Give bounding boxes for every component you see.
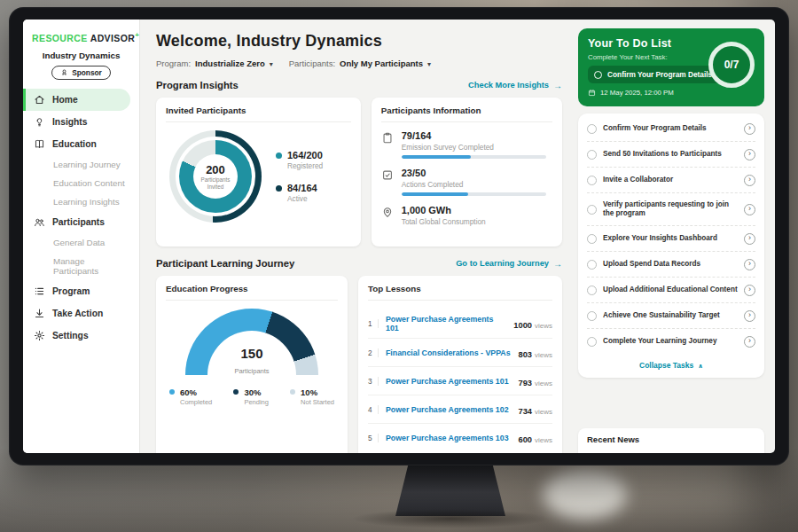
sidebar-item-education-content[interactable]: Education Content — [23, 174, 139, 192]
chevron-right-icon[interactable] — [744, 259, 755, 270]
lesson-row: 4 Power Purchase Agreements 102 734views — [368, 395, 552, 424]
sidebar-item-label: Settings — [52, 331, 89, 340]
lesson-views: 803views — [518, 345, 552, 361]
page-title: Welcome, Industry Dynamics — [156, 32, 562, 51]
sidebar-item-label: Take Action — [52, 309, 103, 318]
checkbox-icon[interactable] — [587, 286, 597, 295]
check-more-insights-link[interactable]: Check More Insights — [468, 81, 562, 90]
sidebar-item-program[interactable]: Program — [23, 280, 139, 302]
legend-label: Active — [287, 194, 317, 203]
progress-bar — [402, 155, 546, 159]
checkbox-icon[interactable] — [587, 205, 597, 215]
task-label: Upload Spend Data Records — [603, 260, 738, 270]
checkbox-icon — [594, 71, 602, 79]
sidebar-item-home[interactable]: Home — [23, 89, 130, 111]
card-title: Participants Information — [381, 106, 552, 122]
participants-select[interactable]: Only My Participants — [340, 59, 431, 68]
sidebar-item-learning-insights[interactable]: Learning Insights — [23, 192, 139, 211]
checkbox-icon[interactable] — [587, 150, 597, 160]
section-title-learning-journey: Participant Learning Journey — [156, 258, 294, 269]
collapse-tasks-link[interactable]: Collapse Tasks — [587, 354, 755, 373]
task-label: Upload Additional Educational Content — [603, 286, 738, 295]
sidebar-item-participants[interactable]: Participants — [23, 211, 139, 233]
legend-dot — [233, 389, 239, 395]
book-icon — [34, 138, 45, 150]
program-select[interactable]: Industrialize Zero — [195, 59, 273, 68]
program-select-value: Industrialize Zero — [195, 59, 265, 68]
recent-news-header: Recent News — [578, 428, 764, 453]
stat-emission-survey: 79/164 Emission Survey Completed — [381, 130, 552, 159]
task-item[interactable]: Send 50 Invitations to Participants — [587, 142, 755, 168]
task-item[interactable]: Verify participants requesting to join t… — [587, 193, 755, 226]
sidebar-item-take-action[interactable]: Take Action — [23, 302, 139, 325]
task-item[interactable]: Upload Spend Data Records — [587, 252, 755, 278]
task-item[interactable]: Complete Your Learning Journey — [587, 329, 755, 354]
chevron-right-icon[interactable] — [744, 123, 755, 135]
clipboard-icon — [381, 131, 394, 145]
sidebar-item-label: Insights — [52, 117, 87, 127]
due-date-text: 12 May 2025, 12:00 PM — [600, 89, 674, 97]
stat-label: Actions Completed — [402, 180, 552, 189]
sidebar-item-label: Participants — [52, 217, 105, 227]
sidebar-item-insights[interactable]: Insights — [23, 111, 139, 133]
task-item[interactable]: Explore Your Insights Dashboard — [587, 226, 755, 252]
lesson-rank: 1 — [368, 319, 379, 328]
program-insights-header: Program Insights Check More Insights — [156, 80, 562, 90]
task-item[interactable]: Achieve One Sustainability Target — [587, 303, 755, 329]
lesson-link[interactable]: Power Purchase Agreements 103 — [386, 434, 511, 442]
chevron-right-icon[interactable] — [744, 204, 755, 215]
checkbox-icon[interactable] — [587, 337, 597, 347]
checkbox-icon[interactable] — [587, 234, 597, 244]
chevron-right-icon[interactable] — [744, 233, 755, 245]
checkbox-icon[interactable] — [587, 260, 597, 270]
legend-label: Pending — [244, 398, 269, 406]
checkbox-icon[interactable] — [587, 124, 597, 134]
task-item[interactable]: Invite a Collaborator — [587, 168, 755, 193]
logo-plus: + — [135, 31, 139, 39]
next-task-button[interactable]: Confirm Your Program Details — [588, 66, 721, 83]
progress-bar — [402, 192, 546, 196]
lesson-row: 3 Power Purchase Agreements 101 793views — [368, 367, 552, 395]
gauge-legend: 60% Completed 30% Pending — [166, 387, 338, 406]
education-progress-card: Education Progress 150 Participants — [156, 276, 348, 453]
sidebar-item-learning-journey[interactable]: Learning Journey — [23, 155, 139, 174]
stat-global-consumption: 1,000 GWh Total Global Consumption — [381, 205, 552, 230]
legend-value: 10% — [301, 387, 334, 397]
chevron-right-icon[interactable] — [744, 310, 755, 322]
legend-value: 30% — [244, 387, 269, 397]
invited-donut-chart: 200 Participants Invited — [169, 130, 262, 223]
lesson-link[interactable]: Power Purchase Agreements 101 — [386, 377, 511, 386]
people-icon — [34, 216, 45, 228]
location-pin-icon — [381, 206, 394, 219]
checkbox-icon[interactable] — [587, 176, 597, 185]
donut-center-label: 200 Participants Invited — [193, 154, 238, 199]
legend-dot — [276, 153, 282, 159]
sidebar-item-manage-participants[interactable]: Manage Participants — [23, 252, 139, 280]
lesson-link[interactable]: Power Purchase Agreements 102 — [386, 405, 511, 414]
lesson-rank: 3 — [368, 377, 379, 386]
lesson-link[interactable]: Power Purchase Agreements 101 — [386, 315, 506, 332]
stat-value: 1,000 GWh — [402, 205, 552, 215]
chevron-right-icon[interactable] — [744, 336, 755, 348]
link-label: Check More Insights — [468, 81, 549, 90]
checkbox-icon[interactable] — [587, 311, 597, 321]
task-label: Complete Your Learning Journey — [603, 337, 738, 347]
todo-due-date: 12 May 2025, 12:00 PM — [588, 89, 755, 97]
task-item[interactable]: Confirm Your Program Details — [587, 116, 755, 142]
todo-progress-ring: 0/7 — [708, 42, 755, 88]
sidebar-item-general-data[interactable]: General Data — [23, 233, 139, 252]
chevron-right-icon[interactable] — [744, 149, 755, 160]
stat-value: 79/164 — [402, 130, 552, 141]
task-item[interactable]: Upload Additional Educational Content — [587, 278, 755, 303]
go-to-learning-journey-link[interactable]: Go to Learning Journey — [456, 259, 562, 269]
lesson-link[interactable]: Financial Considerations - VPPAs — [386, 348, 511, 357]
gauge-center-label: 150 Participants — [185, 346, 318, 377]
main-content: Welcome, Industry Dynamics Program: Indu… — [140, 20, 575, 453]
chevron-right-icon[interactable] — [744, 285, 755, 296]
arrow-right-icon — [553, 259, 562, 269]
learning-journey-cards: Education Progress 150 Participants — [156, 276, 562, 453]
sidebar-item-education[interactable]: Education — [23, 133, 139, 155]
chevron-right-icon[interactable] — [744, 175, 755, 186]
sidebar-item-settings[interactable]: Settings — [23, 325, 139, 347]
legend-label: Registered — [287, 161, 323, 170]
